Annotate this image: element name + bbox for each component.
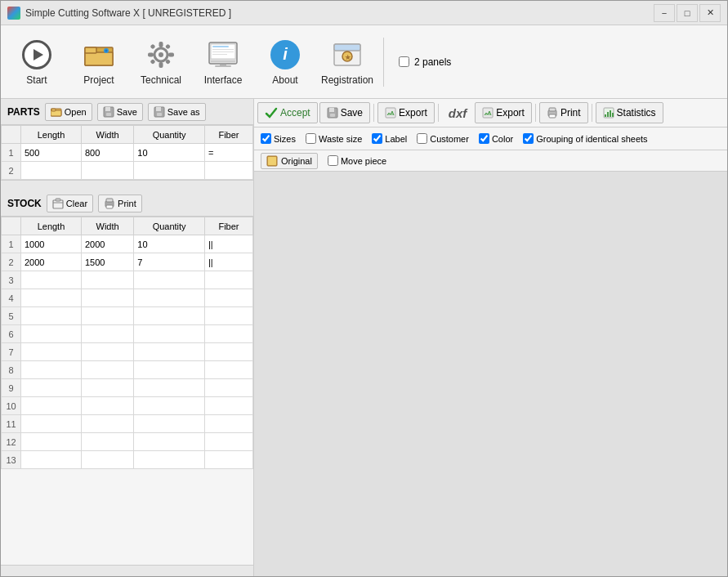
stock-cell-width[interactable]: [81, 451, 133, 469]
stock-cell-length[interactable]: [21, 325, 82, 343]
waste-size-checkbox[interactable]: [306, 133, 316, 144]
stock-cell-width[interactable]: [81, 433, 133, 451]
open-button[interactable]: Open: [45, 103, 92, 121]
print-button[interactable]: Print: [539, 102, 588, 123]
parts-cell-length[interactable]: [21, 162, 82, 180]
label-label[interactable]: Label: [385, 134, 407, 144]
stock-cell-length[interactable]: [21, 415, 82, 433]
stock-cell-width[interactable]: [81, 289, 133, 307]
stock-cell-fiber[interactable]: [204, 397, 252, 415]
stock-cell-fiber[interactable]: ||: [204, 235, 252, 253]
parts-cell-width[interactable]: 800: [81, 144, 133, 162]
stock-cell-length[interactable]: [21, 271, 82, 289]
stock-cell-width[interactable]: [81, 379, 133, 397]
customer-checkbox[interactable]: [417, 133, 427, 144]
statistics-button[interactable]: Statistics: [596, 102, 663, 123]
stock-cell-length[interactable]: 2000: [21, 253, 82, 271]
interface-button[interactable]: Interface: [194, 29, 252, 95]
stock-cell-quantity[interactable]: [134, 325, 205, 343]
stock-cell-length[interactable]: 1000: [21, 235, 82, 253]
stock-cell-width[interactable]: [81, 343, 133, 361]
parts-hscroll[interactable]: [1, 180, 253, 190]
stock-cell-width[interactable]: [81, 325, 133, 343]
sizes-checkbox[interactable]: [261, 133, 271, 144]
stock-cell-length[interactable]: [21, 433, 82, 451]
stock-cell-quantity[interactable]: [134, 451, 205, 469]
stock-cell-quantity[interactable]: 10: [134, 235, 205, 253]
registration-button[interactable]: ★ Registration: [318, 29, 377, 95]
stock-cell-length[interactable]: [21, 397, 82, 415]
stock-cell-fiber[interactable]: [204, 361, 252, 379]
color-checkbox[interactable]: [479, 133, 489, 144]
stock-cell-quantity[interactable]: [134, 433, 205, 451]
stock-cell-width[interactable]: [81, 271, 133, 289]
parts-cell-quantity[interactable]: 10: [134, 144, 205, 162]
stock-cell-width[interactable]: [81, 415, 133, 433]
project-button[interactable]: Project: [69, 29, 128, 95]
stock-cell-length[interactable]: [21, 343, 82, 361]
stock-cell-quantity[interactable]: 7: [134, 253, 205, 271]
label-checkbox[interactable]: [372, 133, 382, 144]
move-piece-label[interactable]: Move piece: [341, 156, 386, 166]
stock-cell-quantity[interactable]: [134, 415, 205, 433]
stock-cell-quantity[interactable]: [134, 397, 205, 415]
stock-cell-width[interactable]: [81, 397, 133, 415]
save-as-button[interactable]: Save as: [148, 103, 206, 121]
stock-cell-fiber[interactable]: [204, 343, 252, 361]
stock-cell-quantity[interactable]: [134, 379, 205, 397]
stock-cell-fiber[interactable]: [204, 289, 252, 307]
stock-cell-quantity[interactable]: [134, 361, 205, 379]
stock-cell-width[interactable]: 2000: [81, 235, 133, 253]
right-save-button[interactable]: Save: [319, 102, 370, 123]
customer-label[interactable]: Customer: [430, 134, 469, 144]
move-piece-checkbox[interactable]: [328, 155, 338, 166]
stock-cell-fiber[interactable]: [204, 379, 252, 397]
waste-size-label[interactable]: Waste size: [319, 134, 362, 144]
stock-cell-fiber[interactable]: [204, 325, 252, 343]
stock-cell-quantity[interactable]: [134, 343, 205, 361]
stock-cell-quantity[interactable]: [134, 271, 205, 289]
parts-cell-fiber[interactable]: =: [204, 144, 252, 162]
about-button[interactable]: i About: [256, 29, 315, 95]
stock-cell-fiber[interactable]: [204, 451, 252, 469]
stock-cell-length[interactable]: [21, 379, 82, 397]
stock-cell-fiber[interactable]: [204, 433, 252, 451]
export-img-button[interactable]: Export: [377, 102, 435, 123]
close-button[interactable]: ✕: [699, 4, 721, 22]
stock-cell-length[interactable]: [21, 451, 82, 469]
stock-cell-fiber[interactable]: ||: [204, 253, 252, 271]
stock-print-button[interactable]: Print: [98, 195, 142, 212]
stock-table-scroll[interactable]: Length Width Quantity Fiber 1 1000 2000 …: [1, 217, 253, 565]
minimize-button[interactable]: −: [654, 4, 675, 22]
color-label[interactable]: Color: [492, 134, 513, 144]
stock-cell-fiber[interactable]: [204, 307, 252, 325]
parts-table-scroll[interactable]: Length Width Quantity Fiber 1 500 800: [1, 125, 253, 180]
sizes-label[interactable]: Sizes: [274, 134, 296, 144]
stock-cell-width[interactable]: 1500: [81, 253, 133, 271]
stock-cell-width[interactable]: [81, 361, 133, 379]
grouping-label[interactable]: Grouping of identical sheets: [536, 134, 647, 144]
parts-cell-fiber[interactable]: [204, 162, 252, 180]
stock-cell-length[interactable]: [21, 307, 82, 325]
parts-cell-length[interactable]: 500: [21, 144, 82, 162]
start-button[interactable]: Start: [7, 29, 66, 95]
export-dxf-button[interactable]: Export: [475, 102, 532, 123]
parts-cell-quantity[interactable]: [134, 162, 205, 180]
technical-button[interactable]: Technical: [132, 29, 190, 95]
stock-cell-quantity[interactable]: [134, 307, 205, 325]
stock-cell-fiber[interactable]: [204, 415, 252, 433]
accept-button[interactable]: Accept: [257, 102, 318, 123]
maximize-button[interactable]: □: [677, 4, 698, 22]
clear-button[interactable]: Clear: [47, 195, 93, 212]
two-panels-checkbox[interactable]: [399, 56, 409, 67]
stock-cell-length[interactable]: [21, 361, 82, 379]
grouping-checkbox[interactable]: [523, 133, 534, 144]
stock-cell-fiber[interactable]: [204, 271, 252, 289]
parts-cell-width[interactable]: [81, 162, 133, 180]
stock-hscroll[interactable]: [1, 565, 253, 576]
original-button[interactable]: Original: [261, 153, 318, 169]
stock-cell-length[interactable]: [21, 289, 82, 307]
stock-cell-quantity[interactable]: [134, 289, 205, 307]
parts-save-button[interactable]: Save: [97, 103, 143, 121]
two-panels-label[interactable]: 2 panels: [414, 56, 451, 68]
